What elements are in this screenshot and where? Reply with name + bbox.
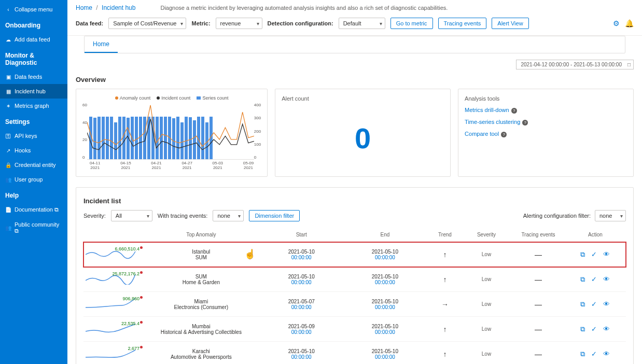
- sidebar-item-incident-hub[interactable]: ▦Incident hub: [0, 84, 67, 99]
- chart-legend: Anomaly count Incident count Series coun…: [82, 95, 261, 101]
- table-row[interactable]: 2,677 KarachiAutomotive & Powersports 20…: [83, 342, 626, 364]
- eye-icon[interactable]: 👁: [603, 325, 610, 333]
- sidebar-item-label: Metrics graph: [15, 103, 49, 109]
- chart-icon[interactable]: ⧉: [580, 250, 585, 259]
- sidebar-item-metrics-graph[interactable]: ✶Metrics graph: [0, 99, 67, 113]
- top-anomaly: MiamiElectronics (Consumer): [143, 299, 260, 310]
- eye-icon[interactable]: 👁: [603, 275, 610, 284]
- sidebar-item-user-group[interactable]: 👥User group: [0, 172, 67, 187]
- sidebar-item-hooks[interactable]: ↗Hooks: [0, 143, 67, 158]
- anomaly-dot-icon: [140, 346, 143, 348]
- gear-icon[interactable]: ⚙: [613, 19, 620, 27]
- feed-select[interactable]: Sample of Cost/Revenue: [108, 18, 186, 29]
- overview-title: Overview: [76, 76, 634, 83]
- nav-icon: ☁: [5, 36, 11, 43]
- sidebar-item-credential-entity[interactable]: 🔒Credential entity: [0, 158, 67, 172]
- chart-icon[interactable]: ⧉: [580, 275, 585, 284]
- nav-icon: 📄: [5, 207, 11, 213]
- goto-metric-button[interactable]: Go to metric: [390, 18, 433, 29]
- sidebar-item-add-data-feed[interactable]: ☁Add data feed: [0, 32, 67, 47]
- trend-icon: ↑: [427, 250, 463, 259]
- eye-icon[interactable]: 👁: [603, 250, 610, 259]
- tool-link-metrics-drill-down[interactable]: Metrics drill-down?: [465, 107, 627, 114]
- trend-icon: ↑: [427, 350, 463, 358]
- alert-count-card: Alert count 0: [275, 89, 451, 177]
- y-axis-right: 4003002001000: [254, 103, 261, 160]
- severity: Low: [463, 251, 510, 257]
- collapse-menu[interactable]: ‹ Collapse menu: [0, 2, 67, 17]
- trend-icon: ↑: [427, 275, 463, 284]
- eye-icon[interactable]: 👁: [603, 350, 610, 358]
- severity: Low: [463, 351, 510, 357]
- sidebar-item-label: Settings: [5, 118, 30, 125]
- sidebar-item-label: Documentation ⧉: [15, 206, 59, 213]
- end-time: 2021-05-1000:00:00: [343, 299, 427, 310]
- help-icon: ?: [522, 120, 528, 125]
- check-icon[interactable]: ✓: [591, 275, 597, 284]
- check-icon[interactable]: ✓: [591, 300, 597, 309]
- start-time: 2021-05-1000:00:00: [260, 274, 343, 285]
- tab-home[interactable]: Home: [85, 36, 118, 53]
- check-icon[interactable]: ✓: [591, 250, 597, 259]
- nav-icon: 👥: [5, 225, 11, 231]
- page-description: Diagnose a metric incident by leveraging…: [160, 5, 448, 11]
- sidebar-item-label: Incident hub: [15, 88, 46, 94]
- table-row[interactable]: 906,860 MiamiElectronics (Consumer) 2021…: [83, 292, 626, 317]
- breadcrumb-current[interactable]: Incident hub: [102, 4, 135, 11]
- anomaly-dot-icon: [140, 271, 143, 274]
- dimension-filter-button[interactable]: Dimension filter: [249, 210, 300, 221]
- sidebar-item-label: User group: [15, 176, 43, 183]
- table-row[interactable]: 6,660,510.4 IstanbulSUM 2021-05-1000:00:…: [83, 242, 626, 267]
- main: Home / Incident hub Diagnose a metric in…: [67, 0, 642, 364]
- bell-icon[interactable]: 🔔: [625, 19, 634, 27]
- nav-icon: ⚿: [5, 133, 11, 139]
- chart-icon[interactable]: ⧉: [580, 350, 585, 358]
- sparkline-cell: 6,660,510.4: [86, 247, 143, 261]
- topbar: Home / Incident hub Diagnose a metric in…: [67, 0, 642, 13]
- tracing-events: —: [510, 300, 567, 309]
- end-time: 2021-05-1000:00:00: [343, 324, 427, 335]
- eye-icon[interactable]: 👁: [603, 300, 610, 309]
- tracing-filter-select[interactable]: none: [213, 210, 244, 221]
- tools-title: Analysis tools: [465, 95, 627, 102]
- sidebar-item-monitor-diagnostic: Monitor & Diagnostic: [0, 47, 67, 69]
- table-row[interactable]: 25,872,176.2 SUMHome & Garden 2021-05-10…: [83, 267, 626, 292]
- severity-label: Severity:: [83, 213, 106, 219]
- tracing-events-button[interactable]: Tracing events: [438, 18, 487, 29]
- tool-link-compare-tool[interactable]: Compare tool?: [465, 131, 627, 137]
- sidebar-item-data-feeds[interactable]: ▣Data feeds: [0, 69, 67, 84]
- chevron-left-icon: ‹: [5, 6, 11, 12]
- alerting-filter-select[interactable]: none: [595, 210, 626, 221]
- sparkline-cell: 25,872,176.2: [86, 272, 143, 286]
- top-anomaly: SUMHome & Garden: [143, 274, 260, 285]
- chart-icon[interactable]: ⧉: [580, 300, 585, 309]
- severity: Low: [463, 301, 510, 307]
- sidebar-item-help: Help: [0, 187, 67, 202]
- alert-view-button[interactable]: Alert View: [492, 18, 528, 29]
- top-anomaly: MumbaiHistorical & Advertising Collectib…: [143, 324, 260, 335]
- breadcrumb-home[interactable]: Home: [76, 4, 92, 11]
- table-row[interactable]: 22,535.4 MumbaiHistorical & Advertising …: [83, 317, 626, 342]
- alert-title: Alert count: [282, 95, 444, 102]
- date-range-picker[interactable]: 2021-04-12 00:00:00 - 2021-05-13 00:00:0…: [516, 60, 634, 69]
- sidebar-item-label: Monitor & Diagnostic: [5, 52, 62, 66]
- tracing-events: —: [510, 350, 567, 358]
- tool-link-time-series-clustering[interactable]: Time-series clustering?: [465, 119, 627, 125]
- tracing-filter-label: With tracing events:: [158, 213, 208, 219]
- sidebar: ‹ Collapse menu Onboarding☁Add data feed…: [0, 0, 67, 364]
- sidebar-item-documentation-[interactable]: 📄Documentation ⧉: [0, 202, 67, 217]
- check-icon[interactable]: ✓: [591, 325, 597, 333]
- sidebar-item-api-keys[interactable]: ⚿API keys: [0, 129, 67, 143]
- config-select[interactable]: Default: [339, 18, 385, 29]
- end-time: 2021-05-1000:00:00: [343, 348, 427, 360]
- metric-select[interactable]: revenue: [216, 18, 262, 29]
- sidebar-item-public-community-[interactable]: 👥Public community ⧉: [0, 217, 67, 239]
- incident-list-card: Incident list Severity: All With tracing…: [76, 187, 634, 364]
- overview-chart-card: Anomaly count Incident count Series coun…: [76, 89, 268, 177]
- collapse-label: Collapse menu: [15, 6, 52, 12]
- incident-table: Top Anomaly Start End Trend Severity Tra…: [83, 228, 626, 364]
- tracing-events: —: [510, 275, 567, 284]
- severity-select[interactable]: All: [111, 210, 152, 221]
- check-icon[interactable]: ✓: [591, 350, 597, 358]
- chart-icon[interactable]: ⧉: [580, 325, 585, 333]
